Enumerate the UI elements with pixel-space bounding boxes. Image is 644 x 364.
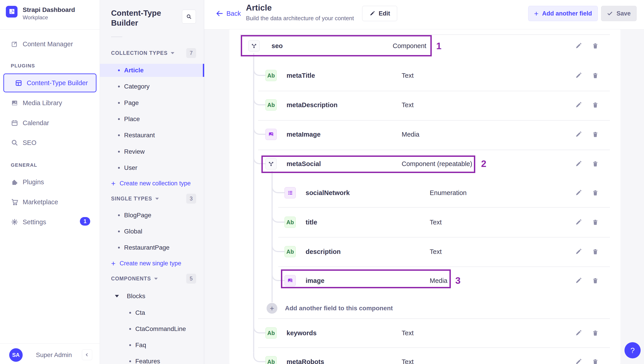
search-button[interactable] <box>182 10 196 24</box>
field-row-metaimage: metaImage Media <box>229 124 620 145</box>
divider <box>258 150 610 150</box>
delete-field-button[interactable] <box>592 101 600 109</box>
subnav-item-ctacommandline[interactable]: CtaCommandLine <box>100 322 204 335</box>
annotation-box-2 <box>262 155 475 173</box>
edit-field-button[interactable] <box>575 329 583 337</box>
bullet-icon <box>118 247 120 249</box>
divider <box>278 266 610 267</box>
delete-field-button[interactable] <box>592 160 600 168</box>
field-row-metadescription: Ab metaDescription Text <box>229 94 620 116</box>
sidebar-item-marketplace[interactable]: Marketplace <box>0 193 100 211</box>
subnav-item-restaurantpage[interactable]: RestaurantPage <box>100 241 204 254</box>
field-type: Text <box>402 358 414 364</box>
subnav-item-place[interactable]: Place <box>100 113 204 126</box>
subnav-item-review[interactable]: Review <box>100 145 204 158</box>
text-field-icon: Ab <box>266 356 277 364</box>
back-link[interactable]: Back <box>216 7 241 20</box>
check-icon <box>607 11 616 17</box>
delete-field-button[interactable] <box>592 42 600 50</box>
subnav-item-page[interactable]: Page <box>100 96 204 109</box>
add-field-to-component-row[interactable]: + Add another field to this component <box>229 297 620 319</box>
sidebar-item-content-type-builder[interactable]: Content-Type Builder <box>3 73 96 92</box>
create-link-label: Create new single type <box>120 260 181 267</box>
delete-field-button[interactable] <box>592 248 600 256</box>
subnav-item-label: Article <box>124 67 144 74</box>
delete-field-button[interactable] <box>592 329 600 337</box>
brand-subtitle: Workplace <box>23 14 48 21</box>
sidebar-item-label: Content Manager <box>23 41 73 48</box>
field-name: description <box>306 248 340 255</box>
search-icon <box>11 139 18 146</box>
delete-field-button[interactable] <box>592 189 600 197</box>
user-name: Super Admin <box>36 351 72 358</box>
field-name: socialNetwork <box>306 189 350 197</box>
bullet-icon <box>118 118 120 120</box>
subnav-item-label: BlogPage <box>124 212 151 219</box>
sidebar-item-label: Media Library <box>23 99 62 107</box>
sidebar-item-seo[interactable]: SEO <box>0 134 100 152</box>
sidebar-item-media-library[interactable]: Media Library <box>0 94 100 112</box>
edit-field-button[interactable] <box>575 42 583 50</box>
plus-circle-icon[interactable]: + <box>266 303 277 314</box>
edit-field-button[interactable] <box>575 248 583 256</box>
sidebar-item-plugins[interactable]: Plugins <box>0 173 100 191</box>
field-type: Text <box>402 72 414 79</box>
field-name: metaImage <box>286 131 321 138</box>
text-field-icon: Ab <box>266 327 277 339</box>
divider <box>240 34 610 35</box>
bullet-icon <box>129 360 131 362</box>
subnav-item-label: Category <box>124 83 150 90</box>
delete-field-button[interactable] <box>592 277 600 285</box>
sidebar-item-content-manager[interactable]: Content Manager <box>0 35 100 53</box>
field-type: Media <box>402 131 420 138</box>
strapi-logo-icon <box>6 6 18 18</box>
arrow-left-icon <box>216 10 226 17</box>
single-types-label: SINGLE TYPES <box>111 196 152 202</box>
subnav-item-features[interactable]: Features <box>100 355 204 364</box>
delete-field-button[interactable] <box>592 218 600 226</box>
divider <box>258 91 610 91</box>
subnav-item-category[interactable]: Category <box>100 80 204 93</box>
subnav-item-user[interactable]: User <box>100 161 204 174</box>
subnav-item-restaurant[interactable]: Restaurant <box>100 129 204 142</box>
annotation-number-3: 3 <box>455 275 460 286</box>
sidebar-item-calendar[interactable]: Calendar <box>0 114 100 132</box>
edit-field-button[interactable] <box>575 71 583 80</box>
sidebar-item-label: SEO <box>23 139 36 146</box>
delete-field-button[interactable] <box>592 130 600 138</box>
create-collection-type-link[interactable]: + Create new collection type <box>100 177 204 189</box>
edit-field-button[interactable] <box>575 277 583 285</box>
pencil-icon <box>369 11 379 17</box>
edit-field-button[interactable] <box>575 130 583 138</box>
sidebar-item-label: Marketplace <box>23 199 58 206</box>
subnav-title: Content-Type Builder <box>111 8 178 28</box>
subnav-item-cta[interactable]: Cta <box>100 306 204 319</box>
edit-field-button[interactable] <box>575 358 583 364</box>
save-label: Save <box>616 10 630 17</box>
delete-field-button[interactable] <box>592 358 600 364</box>
subnav-item-global[interactable]: Global <box>100 225 204 238</box>
component-group-blocks[interactable]: Blocks <box>100 290 204 303</box>
edit-field-button[interactable] <box>575 160 583 168</box>
avatar[interactable]: SA <box>9 348 23 362</box>
help-button[interactable]: ? <box>624 342 641 358</box>
subnav-item-blogpage[interactable]: BlogPage <box>100 209 204 222</box>
create-single-type-link[interactable]: + Create new single type <box>100 258 204 269</box>
edit-field-button[interactable] <box>575 189 583 197</box>
cart-icon <box>11 198 18 206</box>
edit-field-button[interactable] <box>575 101 583 109</box>
add-another-field-button[interactable]: + Add another field <box>528 6 598 21</box>
collapse-sidebar-button[interactable] <box>82 349 92 360</box>
subnav-item-label: Page <box>124 99 139 106</box>
subnav-item-article[interactable]: Article <box>100 64 204 77</box>
delete-field-button[interactable] <box>592 71 600 80</box>
subnav-item-faq[interactable]: Faq <box>100 339 204 352</box>
chevron-down-icon <box>171 52 174 54</box>
edit-label: Edit <box>379 10 390 17</box>
text-field-icon: Ab <box>266 99 277 111</box>
edit-field-button[interactable] <box>575 218 583 226</box>
edit-button[interactable]: Edit <box>362 6 397 21</box>
field-type: Enumeration <box>430 189 466 197</box>
bullet-icon <box>118 69 120 71</box>
save-button[interactable]: Save <box>601 6 636 21</box>
